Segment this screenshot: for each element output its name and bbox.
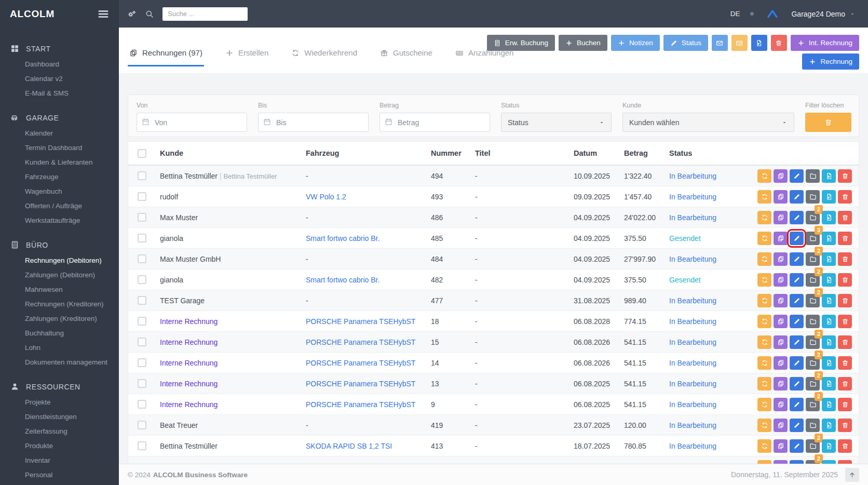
pdf-button[interactable] [822,294,836,307]
pdf-button[interactable] [822,377,836,390]
mail-button[interactable] [712,35,728,51]
pdf-button[interactable] [822,252,836,266]
tab-wiederkehrend[interactable]: Wiederkehrend [290,48,359,66]
edit-button[interactable] [790,190,804,204]
cell-fahrzeug[interactable]: PORSCHE Panamera TSEHybST [306,380,431,388]
copy-button[interactable] [774,190,788,204]
edit-button[interactable] [790,335,804,349]
delete-button[interactable] [838,398,852,411]
sidebar-item-projekte[interactable]: Projekte [0,395,119,410]
cell-status[interactable]: In Bearbeitung [669,297,742,305]
row-checkbox[interactable] [138,296,146,305]
pdf-button[interactable] [822,273,836,287]
betrag-input[interactable] [379,113,490,132]
sidebar-item-personal[interactable]: Personal [0,468,119,482]
tab-rechnungen-97[interactable]: Rechnungen (97) [128,48,204,66]
refresh-button[interactable] [757,398,771,411]
row-checkbox[interactable] [138,358,146,367]
documents-button[interactable]: 2 [806,439,820,453]
sidebar-item-rechnungen-debitoren[interactable]: Rechnungen (Debitoren) [0,253,119,268]
row-checkbox[interactable] [138,234,146,243]
documents-button[interactable] [806,169,820,183]
edit-button[interactable] [790,439,804,453]
documents-button[interactable]: 2 [806,356,820,370]
copy-button[interactable] [774,315,788,328]
notizen-button[interactable]: Notizen [611,35,660,51]
cell-fahrzeug[interactable]: VW Polo 1.2 [306,193,431,201]
sidebar-item-offerten-auftr-ge[interactable]: Offerten / Aufträge [0,199,119,213]
menu-icon[interactable] [98,8,109,20]
row-checkbox[interactable] [138,379,146,388]
tab-gutscheine[interactable]: Gutscheine [378,48,434,66]
search-icon[interactable] [145,9,154,19]
cell-status[interactable]: Gesendet [669,234,742,243]
cell-status[interactable]: Gesendet [669,276,742,284]
delete-button[interactable] [838,419,852,432]
sidebar-item-inventar[interactable]: Inventar [0,453,119,468]
documents-button[interactable]: 2 [806,252,820,266]
cell-status[interactable]: In Bearbeitung [669,400,742,409]
delete-selected-button[interactable] [771,35,787,51]
row-checkbox[interactable] [138,254,146,263]
sidebar-section-header-ressourcen[interactable]: RESSOURCEN [0,378,119,395]
sidebar-item-dokumente[interactable]: Dokumente [0,482,119,485]
edit-button[interactable] [790,398,804,411]
edit-button[interactable] [790,252,804,266]
cell-fahrzeug[interactable]: PORSCHE Panamera TSEHybST [306,359,431,367]
delete-button[interactable] [838,356,852,370]
refresh-button[interactable] [757,252,771,266]
copy-button[interactable] [774,252,788,266]
delete-button[interactable] [838,252,852,266]
pdf-button[interactable] [822,439,836,453]
sidebar-item-calendar-v2[interactable]: Calendar v2 [0,72,119,86]
refresh-button[interactable] [757,315,771,328]
pdf-button[interactable] [822,315,836,328]
copy-button[interactable] [774,439,788,453]
edit-button-highlighted[interactable] [790,232,804,245]
erw-buchung-button[interactable]: Erw. Buchung [487,35,555,51]
pdf-button[interactable] [822,190,836,204]
pdf-button[interactable] [822,335,836,349]
copy-button[interactable] [774,356,788,370]
refresh-button[interactable] [757,273,771,287]
buchen-button[interactable]: Buchen [559,35,607,51]
cell-fahrzeug[interactable]: Smart fortwo cabrio Br. [306,276,431,284]
edit-button[interactable] [790,169,804,183]
pdf-button[interactable] [822,398,836,411]
pdf-export-button[interactable] [751,35,767,51]
documents-button[interactable]: 2 [806,377,820,390]
cell-fahrzeug[interactable]: SKODA RAPID SB 1,2 TSI [306,442,431,450]
documents-button[interactable]: 2 [806,294,820,307]
refresh-button[interactable] [757,356,771,370]
pdf-button[interactable] [822,356,836,370]
tab-erstellen[interactable]: Erstellen [224,48,270,66]
sidebar-item-zahlungen-debitoren[interactable]: Zahlungen (Debitoren) [0,268,119,282]
documents-button[interactable]: 3 [806,232,820,245]
sidebar-item-dienstleistungen[interactable]: Dienstleistungen [0,410,119,424]
refresh-button[interactable] [757,169,771,183]
row-checkbox[interactable] [138,192,146,201]
cell-status[interactable]: In Bearbeitung [669,421,742,429]
cell-status[interactable]: In Bearbeitung [669,193,742,201]
delete-button[interactable] [838,335,852,349]
cell-fahrzeug[interactable]: PORSCHE Panamera TSEHybST [306,400,431,409]
sidebar-item-dashboard[interactable]: Dashboard [0,57,119,72]
sidebar-item-dokumenten-management[interactable]: Dokumenten management [0,355,119,370]
edit-button[interactable] [790,211,804,224]
cell-status[interactable]: In Bearbeitung [669,380,742,388]
row-checkbox[interactable] [138,421,146,429]
cell-fahrzeug[interactable]: Smart fortwo cabrio Br. [306,234,431,243]
scroll-top-button[interactable] [845,468,859,482]
cell-fahrzeug[interactable]: PORSCHE Panamera TSEHybST [306,317,431,326]
cell-status[interactable]: In Bearbeitung [669,213,742,222]
delete-button[interactable] [838,190,852,204]
search-input[interactable] [162,7,248,21]
copy-button[interactable] [774,419,788,432]
delete-button[interactable] [838,232,852,245]
sidebar-item-fahrzeuge[interactable]: Fahrzeuge [0,170,119,184]
sidebar-item-zeiterfassung[interactable]: Zeiterfassung [0,424,119,439]
sidebar-section-header-start[interactable]: START [0,40,119,57]
refresh-button[interactable] [757,294,771,307]
copy-button[interactable] [774,294,788,307]
delete-button[interactable] [838,273,852,287]
